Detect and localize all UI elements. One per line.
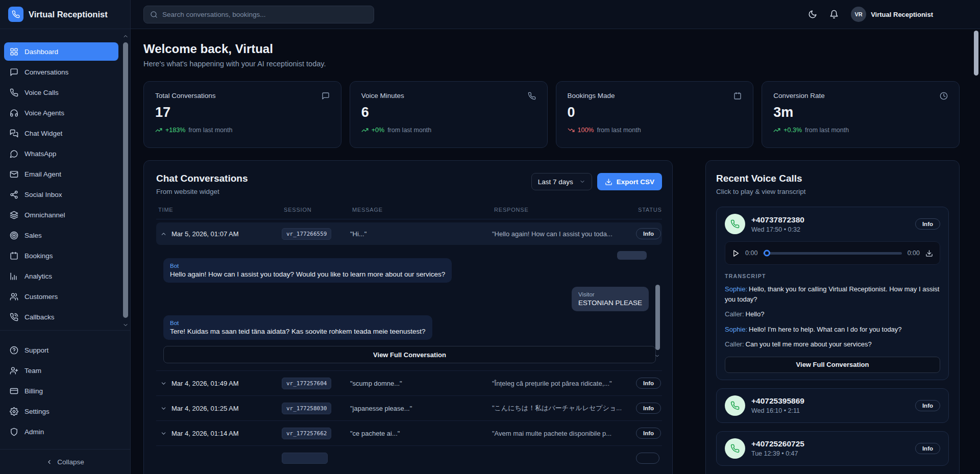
scroll-down-icon[interactable] [122, 322, 129, 328]
table-row[interactable]: Mar 4, 2026, 01:49 AM vr_177257604 "scum… [156, 371, 662, 396]
info-button[interactable]: Info [636, 378, 661, 389]
voice-call-card[interactable]: +40725260725 Tue 12:39 • 0:47 Info [716, 431, 949, 466]
stat-delta: 100% [578, 127, 594, 134]
date-range-select[interactable]: Last 7 days [531, 173, 592, 190]
sidebar-item-analytics[interactable]: Analytics [4, 267, 118, 285]
view-full-conversation-button[interactable]: View Full Conversation [163, 346, 656, 363]
sidebar-item-dashboard[interactable]: Dashboard [4, 42, 118, 61]
trending-up-icon [773, 127, 780, 134]
credit-card-icon [10, 387, 18, 395]
sidebar-item-omnichannel[interactable]: Omnichannel [4, 206, 118, 224]
table-row[interactable]: Mar 4, 2026, 01:25 AM vr_177258030 "japa… [156, 396, 662, 421]
sidebar-item-email-agent[interactable]: Email Agent [4, 165, 118, 183]
sidebar-item-sales[interactable]: Sales [4, 226, 118, 244]
row-message: "scump domne..." [350, 380, 492, 387]
layers-icon [10, 211, 18, 219]
session-badge: vr_177266559 [282, 228, 331, 240]
global-search[interactable] [143, 6, 374, 23]
chevron-down-icon[interactable] [160, 380, 167, 387]
stat-label: Voice Minutes [361, 92, 404, 99]
chevron-down-icon[interactable] [160, 405, 167, 412]
stat-value: 17 [155, 105, 330, 120]
sidebar-item-customers[interactable]: Customers [4, 287, 118, 306]
sidebar-item-billing[interactable]: Billing [4, 382, 118, 400]
call-meta: Tue 12:39 • 0:47 [751, 450, 804, 457]
stat-delta-suffix: from last month [188, 127, 232, 134]
search-input[interactable] [162, 11, 368, 18]
download-recording-button[interactable] [925, 250, 933, 257]
sidebar-item-social-inbox[interactable]: Social Inbox [4, 185, 118, 204]
table-row[interactable]: Mar 5, 2026, 01:07 AM vr_177266559 "Hi..… [156, 222, 662, 245]
info-button[interactable] [636, 453, 659, 464]
sidebar-item-label: Team [24, 367, 41, 375]
chevron-down-icon [579, 179, 585, 185]
info-button[interactable]: Info [636, 428, 661, 439]
message-text: ESTONIAN PLEASE [578, 299, 642, 307]
info-button[interactable]: Info [636, 228, 661, 239]
session-badge: vr_177258030 [282, 403, 331, 414]
stat-delta: +0% [372, 127, 384, 134]
sidebar-item-label: Analytics [24, 272, 52, 280]
sidebar-secondary-nav: Support Team Billing Settings Admin [0, 331, 130, 447]
help-circle-icon [10, 346, 18, 355]
sidebar-item-label: Social Inbox [24, 191, 62, 198]
sidebar-item-label: Billing [24, 387, 43, 395]
row-response: "Înțeleg că prețurile pot părea ridicate… [492, 380, 636, 387]
page-subtitle: Here's what's happening with your AI rec… [143, 60, 960, 68]
sidebar-item-settings[interactable]: Settings [4, 402, 118, 420]
dark-mode-toggle[interactable] [808, 10, 817, 19]
sidebar-item-bookings[interactable]: Bookings [4, 246, 118, 265]
chevron-up-icon[interactable] [160, 231, 167, 237]
info-button[interactable]: Info [915, 400, 940, 411]
sidebar-item-label: Admin [24, 428, 44, 436]
voice-call-card[interactable]: +40725395869 Wed 16:10 • 2:11 Info [716, 388, 949, 423]
stat-value: 0 [568, 105, 742, 120]
play-button[interactable] [732, 250, 740, 257]
sidebar-item-chat-widget[interactable]: Chat Widget [4, 124, 118, 142]
row-message: "ce pachete ai..." [350, 430, 492, 437]
sidebar-item-whatsapp[interactable]: WhatsApp [4, 144, 118, 163]
chevron-down-icon[interactable] [160, 430, 167, 437]
info-button[interactable]: Info [915, 218, 940, 230]
table-row-partial[interactable] [156, 446, 662, 474]
chevron-down-icon[interactable] [654, 353, 660, 359]
export-csv-button[interactable]: Export CSV [597, 173, 662, 190]
voice-call-card[interactable]: +40737872380 Wed 17:50 • 0:32 Info 0:00 … [716, 207, 949, 380]
notifications-button[interactable] [829, 10, 839, 19]
messages-scrollbar-thumb[interactable] [655, 285, 660, 350]
sidebar: Virtual Receptionist Dashboard Conversat… [0, 0, 131, 474]
visitor-message-bubble: Visitor ESTONIAN PLEASE [572, 287, 649, 311]
info-button[interactable]: Info [915, 443, 940, 454]
sidebar-item-admin[interactable]: Admin [4, 422, 118, 441]
slider-handle[interactable] [764, 250, 770, 257]
info-button[interactable]: Info [636, 403, 661, 414]
stat-label: Total Conversations [155, 92, 216, 99]
page-scrollbar-thumb[interactable] [974, 31, 978, 76]
view-full-conversation-button[interactable]: View Full Conversation [725, 357, 940, 373]
current-time: 0:00 [745, 250, 757, 257]
call-number: +40725260725 [751, 439, 804, 448]
export-csv-label: Export CSV [617, 178, 654, 186]
sidebar-scrollbar-thumb[interactable] [123, 42, 128, 318]
download-icon [605, 178, 612, 186]
clipped-message-bubble [617, 251, 647, 260]
sidebar-item-voice-calls[interactable]: Voice Calls [4, 83, 118, 102]
user-menu[interactable]: VR Virtual Receptionist [851, 7, 933, 22]
sidebar-item-label: Voice Calls [24, 89, 59, 96]
collapse-sidebar-button[interactable]: Collapse [0, 449, 130, 474]
seek-slider[interactable] [763, 252, 901, 255]
sidebar-item-callbacks[interactable]: Callbacks [4, 308, 118, 326]
scroll-up-icon[interactable] [122, 33, 129, 39]
sidebar-item-label: Conversations [24, 68, 68, 76]
sidebar-nav: Dashboard Conversations Voice Calls Voic… [0, 29, 130, 330]
sidebar-item-support[interactable]: Support [4, 341, 118, 359]
sidebar-item-conversations[interactable]: Conversations [4, 63, 118, 81]
sidebar-item-voice-agents[interactable]: Voice Agents [4, 104, 118, 122]
avatar: VR [851, 7, 866, 22]
date-range-value: Last 7 days [538, 178, 573, 186]
session-badge [282, 453, 328, 464]
sidebar-item-team[interactable]: Team [4, 361, 118, 380]
sidebar-item-label: WhatsApp [24, 150, 56, 158]
session-badge: vr_177257662 [282, 428, 331, 439]
table-row[interactable]: Mar 4, 2026, 01:14 AM vr_177257662 "ce p… [156, 421, 662, 446]
